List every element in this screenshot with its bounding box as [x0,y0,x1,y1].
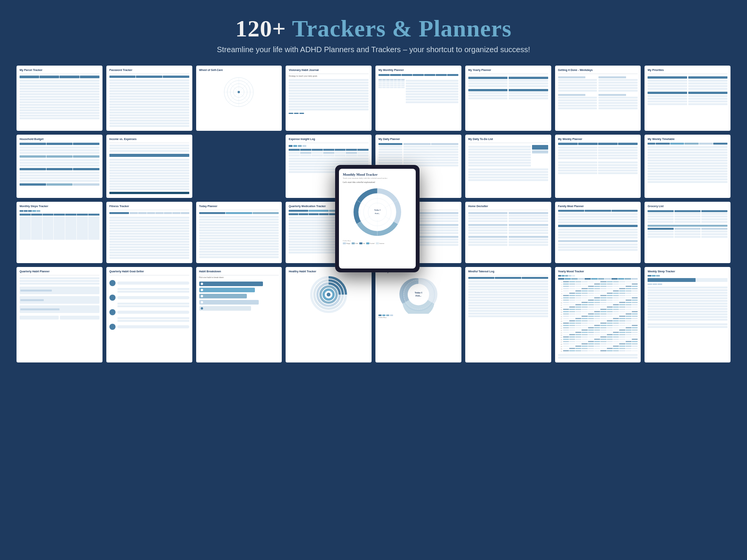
card-household-budget: Household Budget [17,135,102,198]
card-fitness-tracker: Fitness Tracker [106,202,192,263]
card-healthy-habit-tracker: Healthy Habit Tracker [286,267,372,362]
card-weekly-timetable: My Weekly Timetable [645,135,730,198]
card-yearly-planner: My Yearly Planner [465,66,551,131]
svg-text:Today I: Today I [415,292,422,294]
svg-point-14 [327,293,331,296]
card-monthly-steps: Monthly Steps Tracker [17,202,102,263]
card-weekly-planner: My Weekly Planner [555,135,641,198]
card-my-priorities: My Priorities [645,66,730,131]
card-visionary-habit: Visionary Habit Journal Strategy to reac… [286,66,372,131]
card-quarterly-med: Quarterly Medication Tracker [286,202,372,263]
card-mindful-takeout: Mindful Takeout Log [465,267,551,362]
card-password-tracker: Password Tracker [106,66,192,131]
card-grocery-list: Grocery List [645,202,730,263]
card-yearly-mood: Yearly Mood Tracker 12345678910111213141… [555,267,641,362]
card-quarterly-goal-setter: Quarterly Habit Goal-Setter [106,267,192,362]
card-weekly-sleep: Weekly Sleep Tracker [645,267,730,362]
card-daily-todo: My Daily To-Do List [465,135,551,198]
card-getting-done: Getting it Done - Weekdays [555,66,641,131]
card-wheel-self-care: Wheel of Self-Care [196,66,282,131]
card-home-declutter: Home Declutter [465,202,551,263]
mood-svg: Today I Feel... [399,275,438,314]
page-header: 120+ Trackers & Planners Streamline your… [217,15,530,54]
main-title: 120+ Trackers & Planners [217,15,530,41]
svg-point-8 [238,91,240,93]
card-monthly-planner: My Monthly Planner [375,66,461,131]
card-parcel-tracker: My Parcel Tracker [17,66,102,131]
card-income-expenses: Income vs. Expenses [106,135,192,198]
wheel-svg [221,75,256,109]
card-placeholder-tablet [196,135,282,198]
card-today-planner: Today Planner [196,202,282,263]
card-quarterly-habit-planner: Quarterly Habit Planner [17,267,102,362]
card-family-meal: Family Meal Planner [555,202,641,263]
trackers-grid: My Parcel Tracker Password Tracker [17,66,730,362]
card-digital-declutter: Digital Declutter [375,202,461,263]
card-habit-breakdown: Habit Breakdown Pick one habit to break … [196,267,282,362]
main-subtitle: Streamline your life with ADHD Planners … [217,45,530,54]
spiral-svg [309,275,348,314]
card-expense-insight: Expense Insight Log [286,135,372,198]
card-daily-planner: My Daily Planner [375,135,461,198]
card-monthly-mood-tracker: Monthly Mood Tracker Today I Feel... Col… [375,267,461,362]
svg-text:Feel...: Feel... [415,295,421,297]
